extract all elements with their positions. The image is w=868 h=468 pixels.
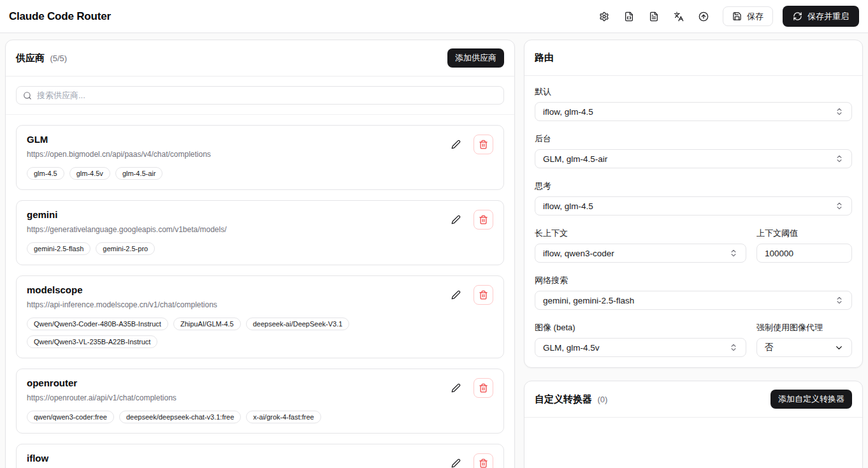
- trash-icon: [479, 215, 488, 224]
- edit-provider-button[interactable]: [446, 135, 465, 154]
- field-default-label: 默认: [535, 86, 852, 98]
- chevron-down-icon: [834, 343, 844, 353]
- provider-url: https://api-inference.modelscope.cn/v1/c…: [27, 300, 446, 309]
- edit-provider-button[interactable]: [446, 378, 465, 397]
- router-title: 路由: [535, 52, 554, 64]
- field-default: 默认 iflow, glm-4.5: [535, 86, 852, 121]
- providers-title: 供应商: [16, 52, 45, 63]
- provider-name: iflow: [27, 453, 230, 464]
- transformers-title: 自定义转换器: [535, 393, 592, 404]
- chevrons-up-down-icon: [729, 249, 738, 258]
- model-tags: gemini-2.5-flash gemini-2.5-pro: [27, 242, 227, 255]
- provider-name: openrouter: [27, 377, 321, 388]
- provider-search-input[interactable]: [16, 86, 504, 105]
- field-think: 思考 iflow, glm-4.5: [535, 180, 852, 216]
- model-tags: Qwen/Qwen3-Coder-480B-A35B-Instruct Zhip…: [27, 318, 446, 348]
- background-model-select[interactable]: GLM, glm-4.5-air: [535, 149, 852, 168]
- provider-url: https://generativelanguage.googleapis.co…: [27, 225, 227, 234]
- settings-button[interactable]: [593, 6, 615, 27]
- delete-provider-button[interactable]: [474, 210, 493, 230]
- long-context-model-value: iflow, qwen3-coder: [543, 249, 614, 258]
- field-background-label: 后台: [535, 133, 852, 145]
- field-background: 后台 GLM, glm-4.5-air: [535, 133, 852, 168]
- provider-url: https://openrouter.ai/api/v1/chat/comple…: [27, 393, 321, 402]
- default-model-value: iflow, glm-4.5: [543, 107, 593, 117]
- provider-card: GLM https://open.bigmodel.cn/api/paas/v4…: [16, 125, 504, 190]
- edit-provider-button[interactable]: [446, 453, 465, 468]
- pencil-icon: [451, 290, 461, 300]
- save-restart-button[interactable]: 保存并重启: [783, 6, 859, 27]
- provider-actions: [446, 134, 493, 180]
- save-button-label: 保存: [747, 11, 763, 22]
- field-force-image-proxy-label: 强制使用图像代理: [756, 322, 852, 333]
- provider-search-area: [6, 77, 514, 115]
- model-tag: gemini-2.5-pro: [96, 242, 155, 255]
- log-file-button[interactable]: [643, 6, 665, 27]
- pencil-icon: [451, 140, 461, 149]
- pencil-icon: [451, 458, 461, 468]
- chevrons-up-down-icon: [835, 201, 844, 210]
- provider-info: iflow https://apis.iflow.cn/v1/chat/comp…: [27, 453, 230, 468]
- provider-name: GLM: [27, 134, 211, 145]
- provider-actions: [446, 377, 493, 423]
- trash-icon: [479, 290, 488, 300]
- field-web-search: 网络搜索 gemini, gemini-2.5-flash: [535, 275, 852, 310]
- field-long-context: 长上下文 iflow, qwen3-coder: [535, 228, 746, 263]
- add-transformer-button[interactable]: 添加自定义转换器: [770, 390, 852, 409]
- pencil-icon: [451, 383, 461, 393]
- providers-count: (5/5): [50, 54, 67, 63]
- web-search-model-select[interactable]: gemini, gemini-2.5-flash: [535, 291, 852, 310]
- app-header: Claude Code Router: [0, 0, 868, 33]
- edit-provider-button[interactable]: [446, 285, 465, 304]
- default-model-select[interactable]: iflow, glm-4.5: [535, 102, 852, 121]
- router-panel-header: 路由: [524, 40, 862, 76]
- language-button[interactable]: [668, 6, 690, 27]
- gear-icon: [599, 11, 609, 22]
- transformers-panel-header: 自定义转换器 (0) 添加自定义转换器: [524, 381, 862, 418]
- force-image-proxy-select[interactable]: 否: [756, 338, 852, 357]
- delete-provider-button[interactable]: [474, 378, 493, 398]
- trash-icon: [479, 458, 488, 468]
- providers-panel-header: 供应商 (5/5) 添加供应商: [6, 40, 514, 77]
- provider-actions: [446, 209, 493, 255]
- field-long-context-row: 长上下文 iflow, qwen3-coder 上下文阈值: [535, 228, 852, 263]
- delete-provider-button[interactable]: [474, 135, 493, 154]
- model-tag: ZhipuAI/GLM-4.5: [173, 318, 241, 330]
- field-think-label: 思考: [535, 180, 852, 192]
- context-threshold-input[interactable]: [756, 244, 852, 263]
- right-column: 路由 默认 iflow, glm-4.5 后台 GLM, glm-4.5-air: [524, 40, 863, 468]
- provider-card: openrouter https://openrouter.ai/api/v1/…: [16, 369, 504, 434]
- circle-arrow-up-icon: [698, 11, 709, 22]
- model-tag: x-ai/grok-4-fast:free: [246, 411, 321, 423]
- field-image: 图像 (beta) GLM, glm-4.5v: [535, 322, 746, 357]
- transformers-count: (0): [597, 395, 607, 404]
- image-model-value: GLM, glm-4.5v: [543, 343, 600, 353]
- delete-provider-button[interactable]: [474, 453, 493, 468]
- chevrons-up-down-icon: [835, 154, 844, 163]
- update-button[interactable]: [693, 6, 714, 27]
- add-provider-button[interactable]: 添加供应商: [447, 48, 504, 68]
- json-file-icon: [624, 11, 634, 22]
- chevrons-up-down-icon: [835, 296, 844, 305]
- think-model-select[interactable]: iflow, glm-4.5: [535, 196, 852, 216]
- field-context-threshold-label: 上下文阈值: [756, 228, 852, 239]
- provider-name: gemini: [27, 209, 227, 220]
- trash-icon: [479, 140, 488, 149]
- delete-provider-button[interactable]: [474, 285, 493, 305]
- field-image-row: 图像 (beta) GLM, glm-4.5v 强制使用图像代理 否: [535, 322, 852, 357]
- think-model-value: iflow, glm-4.5: [543, 201, 593, 211]
- provider-actions: [446, 284, 493, 348]
- background-model-value: GLM, glm-4.5-air: [543, 154, 607, 164]
- provider-name: modelscope: [27, 284, 446, 295]
- model-tag: deepseek-ai/DeepSeek-V3.1: [246, 318, 350, 330]
- json-config-button[interactable]: [618, 6, 640, 27]
- restart-icon: [793, 11, 802, 21]
- model-tag: Qwen/Qwen3-Coder-480B-A35B-Instruct: [27, 318, 168, 330]
- transformers-list-empty: [524, 418, 862, 468]
- edit-provider-button[interactable]: [446, 210, 465, 229]
- provider-info: openrouter https://openrouter.ai/api/v1/…: [27, 377, 321, 423]
- provider-info: gemini https://generativelanguage.google…: [27, 209, 227, 255]
- save-button[interactable]: 保存: [723, 6, 773, 26]
- long-context-model-select[interactable]: iflow, qwen3-coder: [535, 244, 746, 263]
- image-model-select[interactable]: GLM, glm-4.5v: [535, 338, 746, 357]
